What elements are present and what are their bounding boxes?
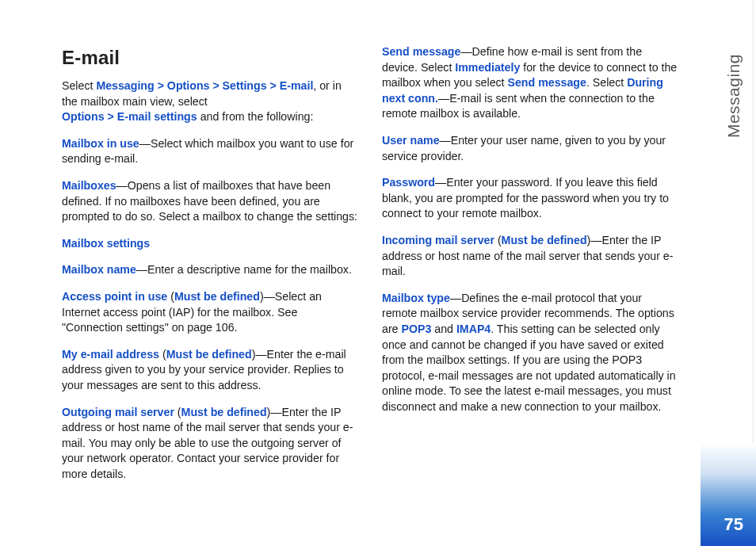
nav-path-alt: Options > E-mail settings bbox=[62, 110, 197, 123]
must-define: Must be defined bbox=[181, 406, 267, 418]
section-title: E-mail bbox=[62, 44, 360, 71]
must-define: Must be defined bbox=[502, 234, 587, 246]
term: Outgoing mail server bbox=[62, 406, 174, 418]
term: Mailbox type bbox=[382, 292, 450, 304]
text: ( bbox=[494, 234, 502, 246]
send-message: Send message—Define how e-mail is sent f… bbox=[382, 44, 680, 122]
must-define: Must be defined bbox=[166, 348, 252, 361]
user-name: User name—Enter your user name, given to… bbox=[382, 133, 680, 164]
manual-page: Messaging E-mail Select Messaging > Opti… bbox=[0, 0, 756, 546]
content-area: E-mail Select Messaging > Options > Sett… bbox=[62, 44, 680, 494]
term: Access point in use bbox=[62, 290, 167, 303]
intro-paragraph: Select Messaging > Options > Settings > … bbox=[62, 78, 360, 125]
page-number: 75 bbox=[724, 514, 743, 535]
chapter-label: Messaging bbox=[724, 54, 743, 138]
incoming-server: Incoming mail server (Must be defined)—E… bbox=[382, 233, 680, 280]
my-email-address: My e-mail address (Must be defined)—Ente… bbox=[62, 347, 360, 394]
opt-send-message: Send message bbox=[508, 76, 586, 89]
mailbox-in-use: Mailbox in use—Select which mailbox you … bbox=[62, 136, 360, 167]
password: Password—Enter your password. If you lea… bbox=[382, 175, 680, 222]
term: Mailbox settings bbox=[62, 237, 150, 250]
opt-immediately: Immediately bbox=[455, 61, 520, 74]
term: Mailboxes bbox=[62, 179, 116, 192]
opt-imap4: IMAP4 bbox=[456, 323, 491, 335]
outgoing-server: Outgoing mail server (Must be defined)—E… bbox=[62, 405, 360, 483]
text: and bbox=[431, 323, 456, 335]
mailboxes: Mailboxes—Opens a list of mailboxes that… bbox=[62, 178, 360, 225]
mailbox-type: Mailbox type—Defines the e-mail protocol… bbox=[382, 291, 680, 415]
access-point: Access point in use (Must be defined)—Se… bbox=[62, 289, 360, 336]
text: ( bbox=[174, 406, 181, 418]
term: Mailbox name bbox=[62, 263, 136, 276]
text: . Select bbox=[586, 76, 627, 89]
text: ( bbox=[167, 290, 174, 303]
column-left: E-mail Select Messaging > Options > Sett… bbox=[62, 44, 360, 494]
term: Mailbox in use bbox=[62, 137, 139, 150]
text: —Enter a descriptive name for the mailbo… bbox=[136, 263, 352, 276]
term: User name bbox=[382, 134, 440, 147]
nav-path: Messaging > Options > Settings > E-mail bbox=[96, 79, 313, 92]
opt-pop3: POP3 bbox=[401, 323, 431, 335]
term: Incoming mail server bbox=[382, 234, 494, 246]
mailbox-name: Mailbox name—Enter a descriptive name fo… bbox=[62, 262, 360, 278]
term: Send message bbox=[382, 45, 460, 58]
text: ( bbox=[159, 348, 166, 361]
term: My e-mail address bbox=[62, 348, 159, 361]
mailbox-settings-header: Mailbox settings bbox=[62, 236, 360, 252]
term: Password bbox=[382, 176, 435, 189]
must-define: Must be defined bbox=[174, 290, 260, 303]
column-right: Send message—Define how e-mail is sent f… bbox=[382, 44, 680, 494]
text: Select bbox=[62, 79, 96, 92]
text: and from the following: bbox=[197, 110, 314, 123]
text: . This setting can be selected only once… bbox=[382, 323, 676, 413]
